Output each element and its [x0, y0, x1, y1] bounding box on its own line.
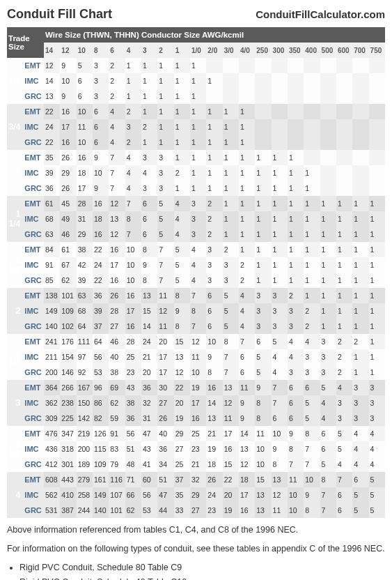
data-cell: 410 [60, 487, 76, 503]
data-cell [288, 73, 304, 89]
data-cell [369, 119, 385, 135]
data-cell: 10 [190, 365, 206, 380]
conduit-type-cell: IMC [23, 211, 44, 227]
conduit-type-cell: IMC [23, 119, 44, 135]
table-row: 1/2EMT12953211111 [7, 58, 385, 73]
data-cell: 1 [304, 257, 320, 273]
data-cell: 3 [272, 303, 288, 319]
data-cell: 1 [255, 242, 271, 257]
data-cell: 47 [141, 426, 157, 441]
data-cell: 1 [288, 242, 304, 257]
data-cell: 1 [239, 196, 255, 211]
data-cell: 5 [174, 257, 190, 273]
data-cell: 5 [223, 303, 239, 319]
data-cell: 62 [60, 273, 76, 288]
data-cell [320, 73, 336, 89]
data-cell: 24 [93, 257, 109, 273]
data-cell [272, 104, 288, 119]
table-body: 1/2EMT12953211111IMC1410632111111GRC1396… [7, 58, 385, 518]
data-cell: 1 [352, 349, 368, 365]
data-cell: 23 [206, 503, 222, 518]
data-cell: 1 [272, 257, 288, 273]
data-cell: 4 [320, 395, 336, 411]
data-cell: 23 [125, 365, 141, 380]
data-cell: 7 [223, 349, 239, 365]
data-cell: 4 [336, 380, 352, 395]
col-header: 1/0 [190, 43, 206, 58]
data-cell [320, 135, 336, 150]
data-cell [369, 181, 385, 196]
col-header: 350 [288, 43, 304, 58]
data-cell [239, 89, 255, 104]
data-cell: 45 [60, 196, 76, 211]
trade-size-cell: 1 1/2 [7, 242, 23, 288]
data-cell: 3 [255, 303, 271, 319]
data-cell: 1 [369, 319, 385, 334]
data-cell: 2 [109, 89, 125, 104]
data-cell: 15 [174, 334, 190, 349]
col-header: 2/0 [206, 43, 222, 58]
data-cell: 412 [44, 457, 60, 472]
data-cell: 12 [174, 365, 190, 380]
conduit-type-cell: IMC [23, 73, 44, 89]
data-cell [304, 135, 320, 150]
data-cell: 1 [190, 58, 206, 73]
table-row: GRC856239221610875433211111111 [7, 273, 385, 288]
data-cell: 6 [288, 380, 304, 395]
data-cell: 3 [223, 273, 239, 288]
data-cell: 1 [190, 165, 206, 181]
data-cell: 1 [336, 211, 352, 227]
data-cell: 1 [190, 135, 206, 150]
data-cell: 219 [77, 426, 93, 441]
data-cell: 8 [174, 288, 190, 303]
data-cell: 22 [44, 104, 60, 119]
data-cell: 1 [352, 211, 368, 227]
data-cell: 3 [141, 181, 157, 196]
data-cell: 12 [223, 395, 239, 411]
data-cell: 4 [272, 365, 288, 380]
data-cell: 2 [304, 319, 320, 334]
data-cell [320, 58, 336, 73]
data-cell: 6 [336, 487, 352, 503]
data-cell [223, 58, 239, 73]
trade-size-cell: 3/4 [7, 104, 23, 150]
data-cell: 1 [352, 319, 368, 334]
data-cell: 1 [223, 181, 239, 196]
data-cell: 3 [320, 334, 336, 349]
conduit-type-cell: GRC [23, 89, 44, 104]
data-cell: 1 [369, 288, 385, 303]
data-cell: 12 [157, 303, 173, 319]
data-cell: 35 [44, 150, 60, 165]
data-cell: 1 [190, 181, 206, 196]
data-cell: 126 [93, 426, 109, 441]
data-cell: 17 [157, 349, 173, 365]
data-cell [304, 104, 320, 119]
data-cell: 1 [255, 165, 271, 181]
data-cell: 42 [77, 257, 93, 273]
data-cell: 3 [223, 257, 239, 273]
data-cell: 241 [44, 334, 60, 349]
data-cell: 1 [206, 73, 222, 89]
data-cell: 8 [255, 411, 271, 426]
data-cell: 38 [109, 365, 125, 380]
data-cell: 30 [157, 380, 173, 395]
data-cell: 7 [272, 395, 288, 411]
data-cell: 6 [288, 395, 304, 411]
data-cell: 1 [239, 211, 255, 227]
data-cell: 28 [109, 303, 125, 319]
data-cell: 1 [223, 104, 239, 119]
data-cell: 18 [77, 165, 93, 181]
table-row: IMC4363182001158351433627231916131098765… [7, 441, 385, 457]
data-cell: 7 [157, 273, 173, 288]
data-cell: 531 [44, 503, 60, 518]
data-cell: 109 [93, 457, 109, 472]
data-cell: 1 [320, 257, 336, 273]
data-cell [369, 165, 385, 181]
data-cell: 64 [77, 319, 93, 334]
data-cell: 28 [77, 196, 93, 211]
data-cell: 68 [44, 211, 60, 227]
data-cell: 53 [93, 365, 109, 380]
data-cell: 101 [109, 503, 125, 518]
data-cell: 10 [60, 73, 76, 89]
data-cell: 1 [206, 181, 222, 196]
